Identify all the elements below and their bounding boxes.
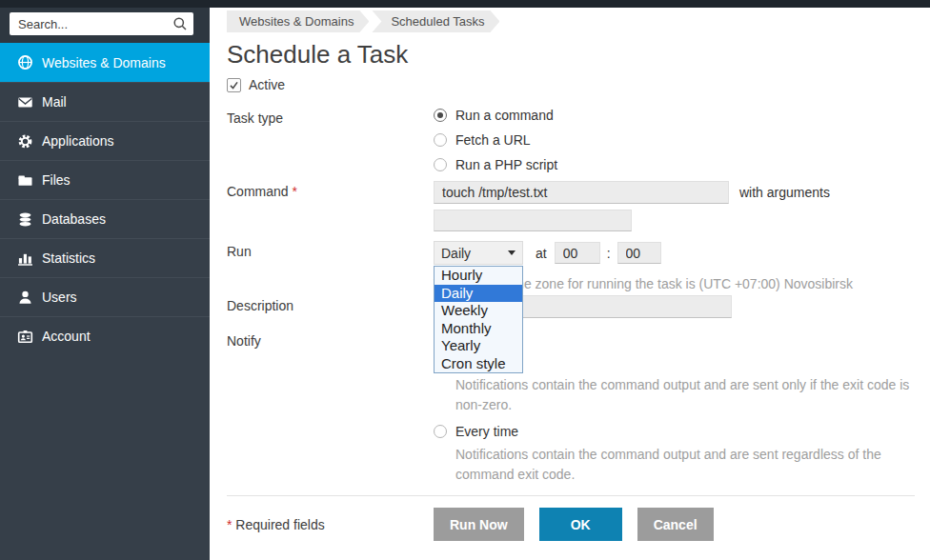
dropdown-option-weekly[interactable]: Weekly xyxy=(435,302,522,320)
task-type-option-run-php-script[interactable]: Run a PHP script xyxy=(434,157,557,172)
sidebar-item-label: Files xyxy=(42,172,71,188)
time-separator: : xyxy=(607,246,611,261)
cancel-button[interactable]: Cancel xyxy=(637,508,714,541)
description-row: Description xyxy=(227,295,915,318)
sidebar-item-applications[interactable]: Applications xyxy=(0,121,210,160)
task-type-option-fetch-url[interactable]: Fetch a URL xyxy=(434,132,557,148)
database-icon xyxy=(17,211,33,228)
sidebar-search-area xyxy=(0,8,210,43)
notify-every-time-hint: Notifications contain the command output… xyxy=(455,445,915,485)
hour-input[interactable] xyxy=(555,242,600,264)
radio-button[interactable] xyxy=(434,425,447,438)
sidebar-item-label: Users xyxy=(42,290,77,305)
run-frequency-value: Daily xyxy=(441,246,471,261)
arguments-row xyxy=(227,210,915,231)
required-asterisk: * xyxy=(227,517,232,532)
task-type-option-run-command[interactable]: Run a command xyxy=(434,108,557,123)
task-type-row: Task type Run a command Fetch a URL Run … xyxy=(227,108,915,172)
envelope-icon xyxy=(17,94,33,110)
active-checkbox[interactable] xyxy=(227,78,241,92)
sidebar-item-account[interactable]: Account xyxy=(0,316,210,355)
with-arguments-label: with arguments xyxy=(739,181,830,204)
top-strip xyxy=(0,0,930,8)
run-now-button[interactable]: Run Now xyxy=(434,508,524,541)
user-icon xyxy=(17,290,33,306)
sidebar-item-label: Mail xyxy=(42,94,67,110)
description-label: Description xyxy=(227,295,434,318)
page-title: Schedule a Task xyxy=(227,39,915,70)
active-label: Active xyxy=(249,77,285,92)
dropdown-option-daily[interactable]: Daily xyxy=(435,285,522,303)
id-badge-icon xyxy=(17,329,33,345)
dropdown-option-monthly[interactable]: Monthly xyxy=(435,320,522,338)
sidebar-item-users[interactable]: Users xyxy=(0,277,210,316)
at-label: at xyxy=(536,246,547,261)
run-frequency-select[interactable]: Daily xyxy=(434,241,523,265)
sidebar-item-websites-domains[interactable]: Websites & Domains xyxy=(0,43,210,82)
minute-input[interactable] xyxy=(617,242,661,264)
run-row: Run Daily at : Hourly Daily Weekly Month… xyxy=(227,241,915,265)
sidebar-item-databases[interactable]: Databases xyxy=(0,199,210,238)
sidebar-item-label: Databases xyxy=(42,211,106,227)
radio-button[interactable] xyxy=(434,158,447,171)
sidebar-item-label: Account xyxy=(42,329,91,344)
notify-label: Notify xyxy=(227,330,434,485)
sidebar: Websites & Domains Mail Applications Fil… xyxy=(0,8,210,560)
notify-errors-only-hint: Notifications contain the command output… xyxy=(455,375,915,415)
checkmark-icon xyxy=(229,80,239,90)
radio-button[interactable] xyxy=(434,133,447,147)
active-checkbox-row[interactable]: Active xyxy=(227,77,915,92)
required-fields-note: * Required fields xyxy=(227,517,434,532)
dropdown-option-hourly[interactable]: Hourly xyxy=(435,267,522,285)
run-label: Run xyxy=(227,241,434,265)
arguments-input[interactable] xyxy=(434,210,632,231)
ok-button[interactable]: OK xyxy=(539,508,622,541)
dropdown-option-cron-style[interactable]: Cron style xyxy=(435,355,522,373)
caret-down-icon xyxy=(508,250,516,255)
footer-divider xyxy=(227,495,915,496)
breadcrumb: Websites & Domains Scheduled Tasks xyxy=(227,10,915,32)
required-asterisk: * xyxy=(292,184,296,199)
dropdown-option-yearly[interactable]: Yearly xyxy=(435,337,522,355)
gear-icon xyxy=(17,133,33,150)
breadcrumb-websites-domains[interactable]: Websites & Domains xyxy=(227,10,369,32)
notify-option-every-time[interactable]: Every time xyxy=(434,424,915,439)
search-icon[interactable] xyxy=(172,16,188,31)
search-input[interactable] xyxy=(10,12,193,35)
sidebar-item-label: Applications xyxy=(42,133,114,149)
command-label: Command * xyxy=(227,181,434,204)
sidebar-item-files[interactable]: Files xyxy=(0,160,210,199)
sidebar-item-statistics[interactable]: Statistics xyxy=(0,238,210,277)
globe-icon xyxy=(17,54,33,70)
sidebar-item-label: Statistics xyxy=(42,250,95,266)
breadcrumb-scheduled-tasks[interactable]: Scheduled Tasks xyxy=(372,10,499,32)
task-type-label: Task type xyxy=(227,108,434,172)
radio-button[interactable] xyxy=(434,109,447,122)
sidebar-item-label: Websites & Domains xyxy=(42,55,166,70)
folder-icon xyxy=(17,172,33,189)
command-row: Command * with arguments xyxy=(227,181,915,204)
footer-row: * Required fields Run Now OK Cancel xyxy=(227,508,915,541)
sidebar-item-mail[interactable]: Mail xyxy=(0,82,210,121)
bar-chart-icon xyxy=(17,250,33,267)
run-frequency-dropdown: Hourly Daily Weekly Monthly Yearly Cron … xyxy=(434,266,523,373)
command-input[interactable] xyxy=(434,181,729,204)
notify-row: Notify Errors only Notifications contain… xyxy=(227,330,915,485)
main-content: Websites & Domains Scheduled Tasks Sched… xyxy=(210,8,930,560)
